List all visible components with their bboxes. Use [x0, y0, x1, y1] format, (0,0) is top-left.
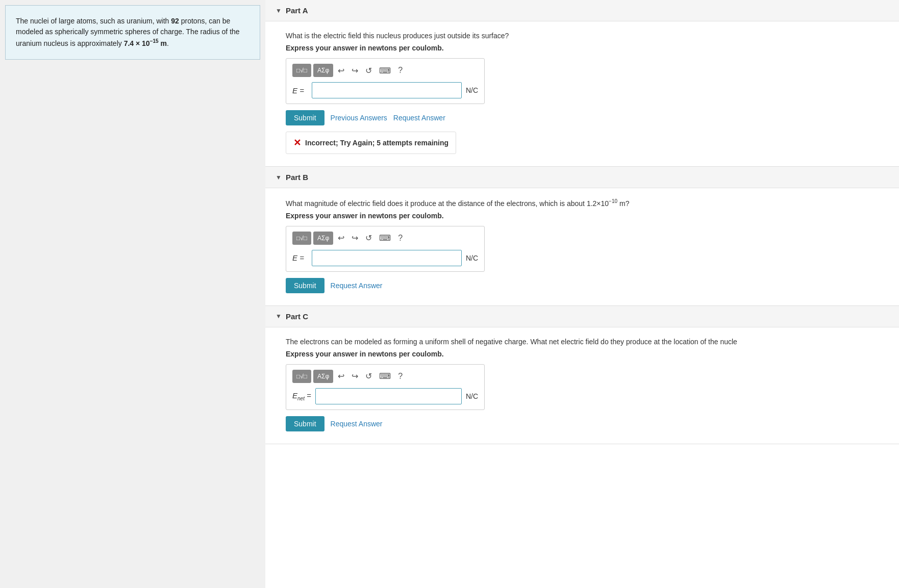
part-a-label: Part A — [286, 6, 308, 15]
part-a-toolbar: □√□ ΑΣφ ↩ ↪ ↺ ⌨ ? — [292, 64, 478, 77]
part-c-action-row: Submit Request Answer — [286, 416, 884, 431]
part-b-math-row: E = N/C — [292, 250, 478, 266]
part-a-refresh-btn[interactable]: ↺ — [363, 64, 374, 77]
part-a-submit-button[interactable]: Submit — [286, 110, 324, 125]
part-a-section: ▼ Part A What is the electric field this… — [265, 0, 899, 167]
part-c-label: Part C — [286, 312, 308, 321]
part-c-math-row: Enet = N/C — [292, 388, 478, 404]
part-b-collapse-arrow[interactable]: ▼ — [276, 174, 282, 181]
part-a-request-answer-link[interactable]: Request Answer — [393, 114, 445, 122]
part-a-math-row: E = N/C — [292, 82, 478, 98]
part-b-redo-btn[interactable]: ↪ — [349, 232, 361, 245]
part-c-template-btn[interactable]: □√□ — [292, 370, 311, 383]
part-c-keyboard-btn[interactable]: ⌨ — [377, 370, 393, 383]
part-b-refresh-btn[interactable]: ↺ — [363, 232, 374, 245]
part-c-toolbar: □√□ ΑΣφ ↩ ↪ ↺ ⌨ ? — [292, 370, 478, 383]
part-a-unit: N/C — [466, 86, 478, 94]
part-b-answer-input[interactable] — [312, 250, 462, 266]
part-b-undo-btn[interactable]: ↩ — [335, 232, 347, 245]
problem-statement: The nuclei of large atoms, such as urani… — [5, 5, 260, 60]
problem-text: The nuclei of large atoms, such as urani… — [16, 17, 240, 47]
part-c-header: ▼ Part C — [265, 306, 899, 327]
part-a-question: What is the electric field this nucleus … — [286, 32, 884, 40]
part-a-keyboard-btn[interactable]: ⌨ — [377, 64, 393, 77]
part-c-help-btn[interactable]: ? — [395, 370, 405, 383]
answer-panel: ▼ Part A What is the electric field this… — [265, 0, 899, 588]
part-a-body: What is the electric field this nucleus … — [265, 21, 899, 166]
part-c-question: The electrons can be modeled as forming … — [286, 338, 884, 346]
part-b-action-row: Submit Request Answer — [286, 278, 884, 293]
part-c-submit-button[interactable]: Submit — [286, 416, 324, 431]
part-b-question: What magnitude of electric field does it… — [286, 198, 884, 208]
part-a-action-row: Submit Previous Answers Request Answer — [286, 110, 884, 125]
part-b-math-label: E = — [292, 253, 308, 262]
part-c-express: Express your answer in newtons per coulo… — [286, 350, 884, 358]
part-a-help-btn[interactable]: ? — [395, 64, 405, 77]
part-a-math-label: E = — [292, 86, 308, 95]
part-b-request-answer-link[interactable]: Request Answer — [331, 282, 383, 290]
part-b-body: What magnitude of electric field does it… — [265, 188, 899, 305]
part-a-input-box: □√□ ΑΣφ ↩ ↪ ↺ ⌨ ? E = N/C — [286, 58, 485, 104]
part-a-answer-input[interactable] — [312, 82, 462, 98]
part-a-collapse-arrow[interactable]: ▼ — [276, 7, 282, 14]
part-a-feedback-text: Incorrect; Try Again; 5 attempts remaini… — [305, 139, 448, 147]
part-c-request-answer-link[interactable]: Request Answer — [331, 420, 383, 428]
part-b-toolbar: □√□ ΑΣφ ↩ ↪ ↺ ⌨ ? — [292, 232, 478, 245]
part-c-undo-btn[interactable]: ↩ — [335, 370, 347, 383]
part-c-refresh-btn[interactable]: ↺ — [363, 370, 374, 383]
part-c-collapse-arrow[interactable]: ▼ — [276, 313, 282, 320]
part-a-previous-answers-link[interactable]: Previous Answers — [331, 114, 387, 122]
part-a-redo-btn[interactable]: ↪ — [349, 64, 361, 77]
part-a-undo-btn[interactable]: ↩ — [335, 64, 347, 77]
part-c-unit: N/C — [466, 392, 478, 400]
part-a-feedback: ✕ Incorrect; Try Again; 5 attempts remai… — [286, 132, 456, 154]
part-b-header: ▼ Part B — [265, 167, 899, 188]
part-b-template-btn[interactable]: □√□ — [292, 232, 311, 245]
part-a-express: Express your answer in newtons per coulo… — [286, 44, 884, 52]
part-a-template-btn[interactable]: □√□ — [292, 64, 311, 77]
part-c-symbol-btn[interactable]: ΑΣφ — [313, 370, 333, 383]
part-c-input-box: □√□ ΑΣφ ↩ ↪ ↺ ⌨ ? Enet = N/C — [286, 364, 485, 410]
part-a-symbol-btn[interactable]: ΑΣφ — [313, 64, 333, 77]
part-b-section: ▼ Part B What magnitude of electric fiel… — [265, 167, 899, 306]
part-b-symbol-btn[interactable]: ΑΣφ — [313, 232, 333, 245]
part-c-math-label: Enet = — [292, 391, 311, 401]
part-c-body: The electrons can be modeled as forming … — [265, 327, 899, 444]
part-b-help-btn[interactable]: ? — [395, 232, 405, 245]
part-b-label: Part B — [286, 173, 308, 182]
part-b-keyboard-btn[interactable]: ⌨ — [377, 232, 393, 245]
part-b-unit: N/C — [466, 254, 478, 262]
part-c-redo-btn[interactable]: ↪ — [349, 370, 361, 383]
part-b-express: Express your answer in newtons per coulo… — [286, 212, 884, 220]
part-a-header: ▼ Part A — [265, 0, 899, 21]
part-b-submit-button[interactable]: Submit — [286, 278, 324, 293]
part-c-section: ▼ Part C The electrons can be modeled as… — [265, 306, 899, 444]
part-b-input-box: □√□ ΑΣφ ↩ ↪ ↺ ⌨ ? E = N/C — [286, 226, 485, 272]
part-c-answer-input[interactable] — [315, 388, 462, 404]
part-a-incorrect-icon: ✕ — [293, 137, 301, 148]
